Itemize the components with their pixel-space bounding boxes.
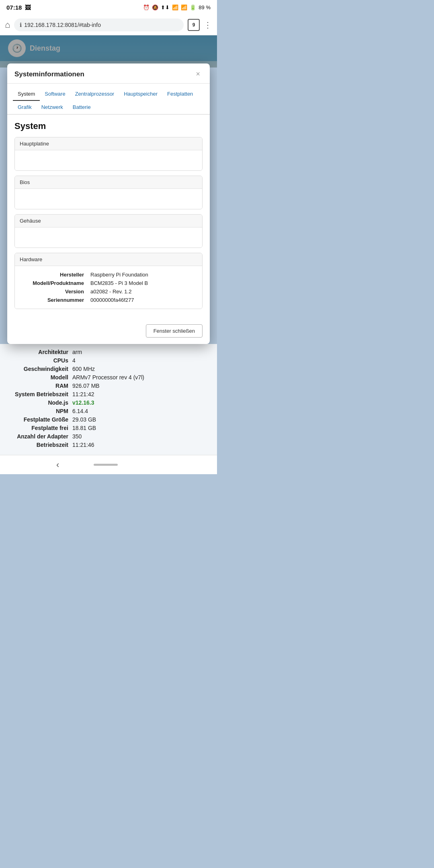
version-value: a02082 - Rev. 1.2 [90,289,197,295]
card-hauptplatine: Hauptplatine [14,137,203,171]
tabs-row: System Software Zentralprozessor Hauptsp… [7,84,210,115]
modell-value: BCM2835 - Pi 3 Model B [90,280,197,286]
card-gehause: Gehäuse [14,214,203,248]
bg-label-3: Modell [0,374,68,381]
bell-off-icon: 🔕 [152,4,158,10]
card-hauptplatine-header: Hauptplatine [15,137,202,150]
wifi-icon: ⬆⬇ [161,4,170,10]
serial-label: Seriennummer [20,297,84,303]
bg-info-row: Architektur arm [0,349,217,355]
system-info-modal: Systeminformationen × System Software Ze… [7,63,210,344]
bg-info-row: CPUs 4 [0,357,217,364]
bg-info-row: Geschwindigkeit 600 MHz [0,366,217,372]
bg-info-row: Node.js v12.16.3 [0,399,217,406]
bg-label-7: NPM [0,408,68,414]
bg-value-3: ARMv7 Processor rev 4 (v7l) [72,374,144,381]
bg-value-7: 6.14.4 [72,408,88,414]
card-hardware-body: Hersteller Raspberry Pi Foundation Model… [15,266,202,309]
tab-count[interactable]: 9 [188,19,200,31]
bg-info-row: System Betriebszeit 11:21:42 [0,391,217,397]
hardware-row-version: Version a02082 - Rev. 1.2 [20,289,197,295]
tab-batterie[interactable]: Batterie [68,101,96,114]
section-title: System [14,121,203,131]
bg-label-1: CPUs [0,357,68,364]
url-bar[interactable]: ℹ 192.168.178.12:8081/#tab-info [14,18,184,31]
hardware-row-hersteller: Hersteller Raspberry Pi Foundation [20,272,197,278]
bg-label-11: Betriebszeit [0,442,68,448]
card-bios-header: Bios [15,176,202,189]
status-bar: 07:18 🖼 ⏰ 🔕 ⬆⬇ 📶 📶 🔋 89 % [0,0,217,14]
bg-label-8: Festplatte Größe [0,416,68,423]
card-hardware-header: Hardware [15,253,202,266]
browser-bar: ⌂ ℹ 192.168.178.12:8081/#tab-info 9 ⋮ [0,14,217,35]
info-icon: ℹ [20,22,22,28]
bg-value-6: v12.16.3 [72,399,94,406]
bg-info-row: Festplatte Größe 29.03 GB [0,416,217,423]
time: 07:18 [6,4,22,11]
tab-festplatten[interactable]: Festplatten [162,88,198,101]
modell-label: Modell/Produktname [20,280,84,286]
bg-info-row: Festplatte frei 18.81 GB [0,425,217,431]
bg-info-row: Modell ARMv7 Processor rev 4 (v7l) [0,374,217,381]
hardware-row-modell: Modell/Produktname BCM2835 - Pi 3 Model … [20,280,197,286]
status-right: ⏰ 🔕 ⬆⬇ 📶 📶 🔋 89 % [143,4,211,10]
bg-value-4: 926.07 MB [72,383,100,389]
hersteller-value: Raspberry Pi Foundation [90,272,197,278]
bg-label-6: Node.js [0,399,68,406]
bg-value-11: 11:21:46 [72,442,94,448]
bg-label-9: Festplatte frei [0,425,68,431]
bg-label-4: RAM [0,383,68,389]
hersteller-label: Hersteller [20,272,84,278]
bg-info-row: RAM 926.07 MB [0,383,217,389]
tab-hauptspeicher[interactable]: Hauptspeicher [119,88,162,101]
bg-value-10: 350 [72,433,82,440]
battery-icon: 🔋 [190,4,196,10]
bg-value-0: arm [72,349,82,355]
nav-bar: ‹ [0,455,217,474]
bg-info-section: Architektur arm CPUs 4 Geschwindigkeit 6… [0,344,217,455]
background-page: 🕐 Dienstag [0,35,217,68]
modal-close-button[interactable]: × [193,69,203,79]
serial-value: 00000000fa46f277 [90,297,197,303]
menu-dots[interactable]: ⋮ [204,20,212,30]
version-label: Version [20,289,84,295]
bg-info-rows: Architektur arm CPUs 4 Geschwindigkeit 6… [0,349,217,448]
bg-value-2: 600 MHz [72,366,95,372]
bg-info-row: NPM 6.14.4 [0,408,217,414]
tab-system[interactable]: System [13,88,40,101]
card-gehause-body [15,227,202,248]
home-button[interactable]: ⌂ [5,20,10,30]
card-bios-body [15,189,202,209]
bg-value-5: 11:21:42 [72,391,94,397]
overlay [0,35,217,68]
bg-label-5: System Betriebszeit [0,391,68,397]
alarm-icon: ⏰ [143,4,149,10]
modal-body: System Hauptplatine Bios Gehäuse Hardwar… [7,115,210,320]
tab-zentralprozessor[interactable]: Zentralprozessor [70,88,119,101]
bg-info-row: Anzahl der Adapter 350 [0,433,217,440]
fenster-schliessen-button[interactable]: Fenster schließen [146,324,203,338]
modal-header: Systeminformationen × [7,63,210,84]
card-hardware: Hardware Hersteller Raspberry Pi Foundat… [14,253,203,309]
bg-value-8: 29.03 GB [72,416,96,423]
battery-percent: 89 % [199,4,211,10]
bg-label-0: Architektur [0,349,68,355]
photo-icon: 🖼 [25,4,31,11]
tab-software[interactable]: Software [40,88,70,101]
status-left: 07:18 🖼 [6,4,31,11]
modal-title: Systeminformationen [14,70,84,78]
signal-icon: 📶 [181,4,187,10]
tab-grafik[interactable]: Grafik [13,101,37,114]
card-bios: Bios [14,176,203,209]
wifi-full-icon: 📶 [172,4,178,10]
bg-label-2: Geschwindigkeit [0,366,68,372]
url-text: 192.168.178.12:8081/#tab-info [24,22,101,28]
bg-value-1: 4 [72,357,76,364]
hardware-row-serial: Seriennummer 00000000fa46f277 [20,297,197,303]
back-button[interactable]: ‹ [56,460,59,470]
card-gehause-header: Gehäuse [15,215,202,227]
bg-info-row: Betriebszeit 11:21:46 [0,442,217,448]
card-hauptplatine-body [15,150,202,170]
modal-wrapper: Systeminformationen × System Software Ze… [0,63,217,344]
tab-netzwerk[interactable]: Netzwerk [37,101,68,114]
